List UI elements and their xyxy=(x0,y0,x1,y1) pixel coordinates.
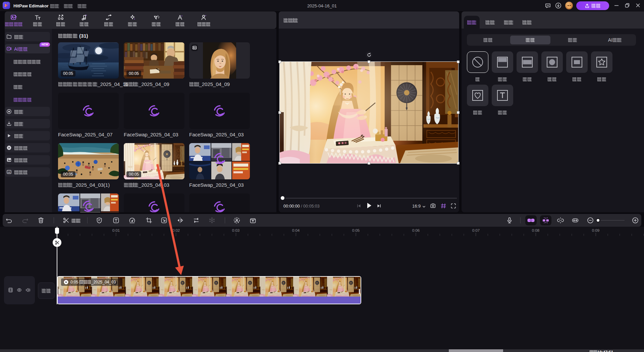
svg-text:GIF: GIF xyxy=(8,171,11,173)
